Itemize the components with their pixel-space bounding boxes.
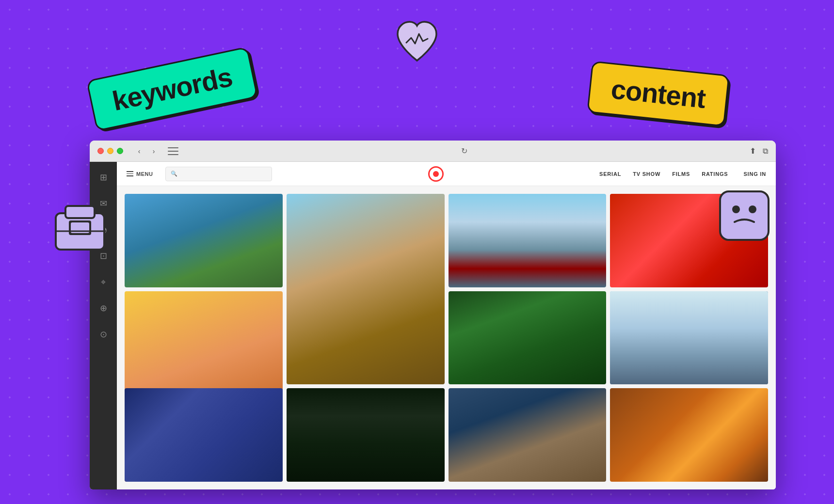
reload-button[interactable]: ↻ — [461, 146, 467, 156]
sidebar-toggle-button[interactable] — [168, 147, 178, 155]
sidebar-icon-podcast[interactable]: ⌖ — [96, 274, 111, 290]
nav-links: SERIAL TV SHOW FILMS RATINGS — [599, 171, 728, 177]
sidebar-icon-grid[interactable]: ⊞ — [96, 170, 111, 185]
content-text: content — [609, 74, 707, 114]
browser-content: ⊞ ✉ ◔ ⊡ ⌖ ⊕ ⊙ MENU 🔍 — [90, 162, 776, 489]
grid-item-greenmap[interactable] — [449, 291, 607, 385]
grid-item-blueberries[interactable] — [125, 388, 283, 482]
top-nav: MENU 🔍 SERIAL TV SHOW FILMS RATINGS SING… — [117, 162, 776, 186]
main-area: MENU 🔍 SERIAL TV SHOW FILMS RATINGS SING… — [117, 162, 776, 489]
nav-link-serial[interactable]: SERIAL — [599, 171, 621, 177]
heart-pulse-icon — [393, 19, 441, 65]
url-bar-area: ↻ — [184, 146, 744, 156]
smiley-icon — [718, 189, 771, 242]
svg-rect-1 — [65, 206, 95, 218]
nav-link-tvshow[interactable]: TV SHOW — [633, 171, 660, 177]
maximize-button[interactable] — [117, 148, 123, 154]
menu-label: MENU — [136, 171, 153, 177]
nav-link-ratings[interactable]: RATINGS — [702, 171, 728, 177]
grid-item-snowmountain[interactable] — [610, 291, 768, 385]
grid-item-rockycoast[interactable] — [449, 388, 607, 482]
sidebar-icon-trophy[interactable]: ⊙ — [96, 327, 111, 342]
traffic-lights — [97, 148, 123, 154]
sign-in-button[interactable]: SING IN — [743, 171, 766, 177]
svg-point-6 — [732, 205, 740, 213]
sidebar-icon-globe[interactable]: ⊕ — [96, 300, 111, 316]
hamburger-icon — [127, 171, 133, 176]
content-grid — [117, 186, 776, 489]
browser-window: ‹ › ↻ ⬆ ⧉ ⊞ ✉ ◔ ⊡ ⌖ ⊕ ⊙ — [90, 141, 776, 489]
browser-chrome: ‹ › ↻ ⬆ ⧉ — [90, 141, 776, 162]
menu-button[interactable]: MENU — [127, 171, 153, 177]
grid-item-lake[interactable] — [449, 194, 607, 287]
logo-area — [280, 166, 592, 182]
grid-item-balloon[interactable] — [125, 194, 283, 287]
nav-arrows: ‹ › — [133, 146, 160, 156]
forward-button[interactable]: › — [147, 146, 160, 156]
grid-item-desert[interactable] — [287, 194, 445, 384]
nav-link-films[interactable]: FILMS — [672, 171, 690, 177]
search-icon: 🔍 — [171, 171, 177, 177]
close-button[interactable] — [97, 148, 104, 154]
search-bar[interactable]: 🔍 — [165, 167, 272, 181]
browser-actions: ⬆ ⧉ — [750, 146, 768, 156]
share-button[interactable]: ⬆ — [750, 146, 756, 156]
grid-item-tunnelsun[interactable] — [610, 388, 768, 482]
briefcase-icon — [48, 194, 112, 252]
grid-item-forestnight[interactable] — [287, 388, 445, 482]
minimize-button[interactable] — [107, 148, 113, 154]
new-tab-button[interactable]: ⧉ — [763, 147, 768, 156]
svg-rect-5 — [720, 191, 769, 240]
svg-point-7 — [749, 205, 756, 213]
back-button[interactable]: ‹ — [133, 146, 145, 156]
site-logo — [428, 166, 444, 182]
